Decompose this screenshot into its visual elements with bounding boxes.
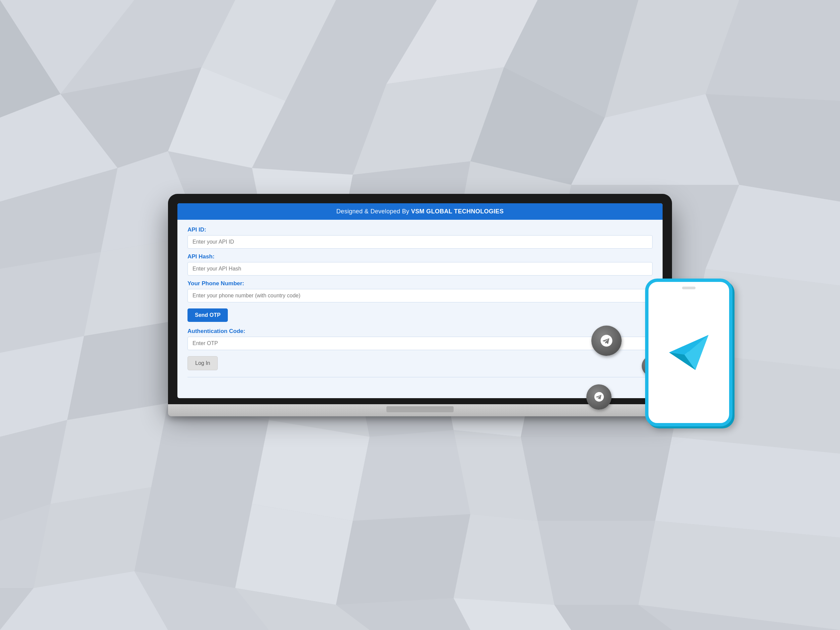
- login-button[interactable]: Log In: [188, 356, 218, 370]
- phone-camera: [682, 287, 696, 289]
- phone-body: [645, 278, 733, 426]
- send-otp-button[interactable]: Send OTP: [188, 308, 228, 322]
- api-id-input[interactable]: [188, 235, 652, 249]
- telegram-illustration: [564, 248, 759, 443]
- phone-telegram-icon: [667, 331, 711, 374]
- telegram-bubble-3: [586, 384, 611, 410]
- header-company: VSM GLOBAL TECHNOLOGIES: [411, 208, 504, 215]
- api-id-label: API ID:: [188, 226, 652, 233]
- api-id-wrapper: [188, 235, 652, 249]
- phone-3d: [645, 278, 739, 433]
- laptop-wrapper: Designed & Developed By VSM GLOBAL TECHN…: [168, 194, 672, 416]
- main-scene: Designed & Developed By VSM GLOBAL TECHN…: [0, 0, 840, 630]
- telegram-bubble-1: [591, 325, 622, 356]
- app-header: Designed & Developed By VSM GLOBAL TECHN…: [177, 203, 663, 220]
- header-prefix: Designed & Developed By: [336, 208, 411, 215]
